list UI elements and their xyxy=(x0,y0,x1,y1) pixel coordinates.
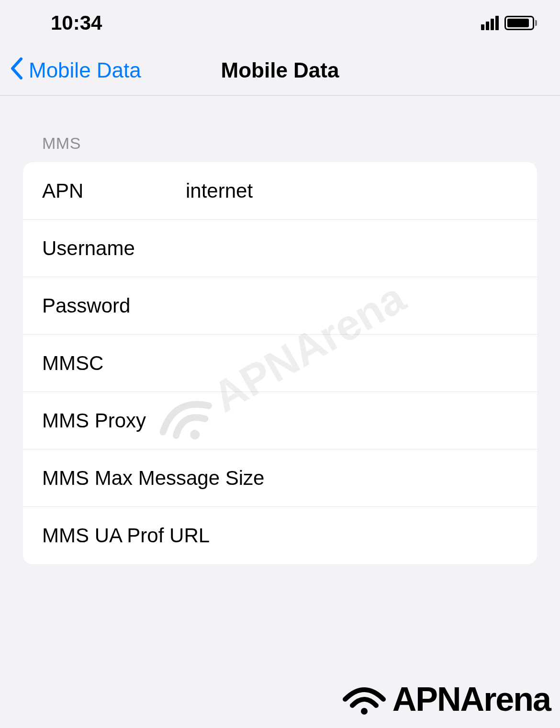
row-username[interactable]: Username xyxy=(23,220,537,277)
row-apn[interactable]: APN xyxy=(23,162,537,220)
svg-point-1 xyxy=(361,708,368,715)
row-label-mms-proxy: MMS Proxy xyxy=(42,409,186,432)
content: MMS APN Username Password MMSC MMS Proxy… xyxy=(0,96,560,564)
nav-bar: Mobile Data Mobile Data xyxy=(0,45,560,96)
row-mms-max-size[interactable]: MMS Max Message Size xyxy=(23,449,537,507)
row-mmsc[interactable]: MMSC xyxy=(23,335,537,392)
page-title: Mobile Data xyxy=(221,58,339,82)
row-label-mms-max-size: MMS Max Message Size xyxy=(42,467,518,490)
row-label-mmsc: MMSC xyxy=(42,352,186,375)
row-label-password: Password xyxy=(42,294,186,317)
input-mmsc[interactable] xyxy=(186,352,518,375)
section-header-mms: MMS xyxy=(42,134,537,153)
brand-text: APNArena xyxy=(392,680,550,718)
back-button[interactable]: Mobile Data xyxy=(10,57,141,84)
row-label-mms-ua-prof: MMS UA Prof URL xyxy=(42,524,518,547)
row-label-username: Username xyxy=(42,237,186,260)
settings-group-mms: APN Username Password MMSC MMS Proxy MMS… xyxy=(23,162,537,564)
input-username[interactable] xyxy=(186,237,518,260)
row-label-apn: APN xyxy=(42,179,186,202)
status-right xyxy=(481,16,537,30)
input-apn[interactable] xyxy=(186,179,518,202)
row-mms-ua-prof[interactable]: MMS UA Prof URL xyxy=(23,507,537,564)
row-mms-proxy[interactable]: MMS Proxy xyxy=(23,392,537,449)
back-label: Mobile Data xyxy=(29,58,141,82)
status-bar: 10:34 xyxy=(0,0,560,45)
status-time: 10:34 xyxy=(51,11,102,34)
wifi-icon xyxy=(343,683,386,716)
input-mms-proxy[interactable] xyxy=(186,409,518,432)
battery-icon xyxy=(504,16,537,30)
cellular-signal-icon xyxy=(481,16,499,30)
brand-logo: APNArena xyxy=(343,680,550,718)
row-password[interactable]: Password xyxy=(23,277,537,335)
chevron-left-icon xyxy=(10,57,24,84)
input-password[interactable] xyxy=(186,294,518,317)
